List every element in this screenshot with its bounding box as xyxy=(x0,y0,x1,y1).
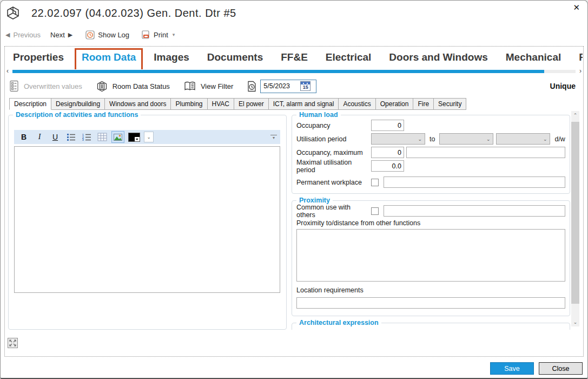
room-data-status-label: Room Data Status xyxy=(113,82,170,90)
show-log-label: Show Log xyxy=(98,31,129,39)
tab-properties[interactable]: Properties xyxy=(13,51,64,69)
right-panel-scrollbar[interactable]: ⌃ ⌄ xyxy=(571,111,579,326)
print-label: Print xyxy=(154,31,168,39)
tabs-horizontal-scrollbar[interactable]: ‹ › xyxy=(5,69,583,75)
occupancy-maximum-note-input[interactable] xyxy=(406,147,565,158)
font-color-button[interactable] xyxy=(127,131,141,143)
italic-button[interactable]: I xyxy=(33,131,46,143)
scroll-down-icon[interactable]: ⌄ xyxy=(571,318,579,326)
bold-button[interactable]: B xyxy=(17,131,30,143)
description-section-title: Description of activities and functions xyxy=(13,111,141,119)
date-history-icon xyxy=(246,81,256,92)
permanent-workplace-input[interactable] xyxy=(384,177,565,188)
subtab-operation[interactable]: Operation xyxy=(376,98,414,110)
overwritten-values-button[interactable]: Overwritten values xyxy=(9,80,82,92)
permanent-workplace-label: Permanent workplace xyxy=(296,179,371,186)
calendar-icon[interactable]: 15 xyxy=(300,81,310,91)
subtab-el-power[interactable]: El power xyxy=(234,98,269,110)
view-filter-button[interactable]: View Filter xyxy=(184,81,233,92)
next-label: Next xyxy=(50,31,65,39)
show-log-icon xyxy=(85,30,95,40)
tab-documents[interactable]: Documents xyxy=(207,51,263,69)
tab-ff-e[interactable]: FF&E xyxy=(281,51,308,69)
common-use-input[interactable] xyxy=(384,205,565,217)
overwritten-values-label: Overwritten values xyxy=(24,82,82,90)
subtab-security[interactable]: Security xyxy=(434,98,466,110)
permanent-workplace-checkbox[interactable] xyxy=(371,179,379,186)
insert-table-button[interactable] xyxy=(96,131,109,143)
scrollbar-thumb[interactable] xyxy=(12,70,544,73)
utilisation-per-dropdown[interactable]: ⌄ xyxy=(496,133,550,145)
maximal-utilisation-period-label: Maximal utilisation period xyxy=(296,159,371,174)
tab-room-data[interactable]: Room Data xyxy=(82,51,136,69)
occupancy-maximum-label: Occupancy, maximum xyxy=(296,149,371,156)
sub-tabs: DescriptionDesign/buildingWindows and do… xyxy=(9,98,466,110)
nav-toolbar: ◀ Previous Next ▶ Show Log xyxy=(5,28,175,41)
print-caret-icon: ▾ xyxy=(173,32,175,37)
editor-toolbar: B I U 1 2 3 xyxy=(14,130,280,144)
room-data-status-button[interactable]: Room Data Status xyxy=(96,81,170,92)
save-button[interactable]: Save xyxy=(490,362,534,375)
scrollbar-thumb[interactable] xyxy=(571,122,579,304)
room-data-toolbar: Overwritten values Room Data Status xyxy=(9,77,579,95)
calendar-day-label: 15 xyxy=(301,84,310,90)
subtab-acoustics[interactable]: Acoustics xyxy=(339,98,375,110)
date-input[interactable] xyxy=(263,82,300,90)
scroll-left-icon[interactable]: ‹ xyxy=(6,67,9,75)
previous-arrow-icon: ◀ xyxy=(5,31,10,38)
proximity-to-label: Proximity to/distance from other functio… xyxy=(292,218,570,228)
utilisation-to-dropdown[interactable]: ⌄ xyxy=(439,133,493,145)
close-icon[interactable]: ✕ xyxy=(573,3,580,12)
titlebar: 22.02.097 (04.02.023) Gen. Dent. Dtr #5 … xyxy=(1,1,587,27)
subtab-plumbing[interactable]: Plumbing xyxy=(171,98,207,110)
subtab-fire[interactable]: Fire xyxy=(413,98,434,110)
close-button[interactable]: Close xyxy=(539,362,583,375)
utilisation-from-dropdown[interactable]: ⌄ xyxy=(371,133,425,145)
room-data-window: 22.02.097 (04.02.023) Gen. Dent. Dtr #5 … xyxy=(0,0,588,379)
tab-mechanical[interactable]: Mechanical xyxy=(506,51,561,69)
maximal-utilisation-period-input[interactable] xyxy=(371,160,404,172)
human-load-title: Human load xyxy=(296,111,341,119)
room-data-frame: PropertiesRoom DataImagesDocumentsFF&EEl… xyxy=(4,46,584,357)
previous-label: Previous xyxy=(13,31,41,39)
svg-text:3: 3 xyxy=(82,138,84,141)
insert-image-button[interactable] xyxy=(111,131,124,143)
utilisation-period-label: Utilisation period xyxy=(296,135,371,143)
architectural-expression-title: Architectural expression xyxy=(296,319,381,326)
numbered-list-button[interactable]: 1 2 3 xyxy=(80,131,93,143)
scroll-right-icon[interactable]: › xyxy=(579,67,582,75)
view-filter-icon xyxy=(184,81,196,92)
show-log-button[interactable]: Show Log xyxy=(85,30,129,40)
common-use-checkbox[interactable] xyxy=(371,207,379,215)
subtab-ict-alarm-and-signal[interactable]: ICT, alarm and signal xyxy=(269,98,339,110)
date-field[interactable]: 15 xyxy=(260,80,316,93)
subtab-hvac[interactable]: HVAC xyxy=(208,98,234,110)
print-icon xyxy=(141,30,150,40)
bullet-list-button[interactable] xyxy=(64,131,77,143)
toolbar-overflow-button[interactable]: ▾ xyxy=(270,135,277,139)
description-editor[interactable] xyxy=(14,146,280,293)
proximity-textarea[interactable] xyxy=(296,229,565,282)
window-title: 22.02.097 (04.02.023) Gen. Dent. Dtr #5 xyxy=(31,7,236,19)
previous-button[interactable]: ◀ Previous xyxy=(5,31,41,39)
next-button[interactable]: Next ▶ xyxy=(50,31,72,39)
architectural-expression-section: Architectural expression xyxy=(292,319,570,330)
tab-electrical[interactable]: Electrical xyxy=(326,51,372,69)
underline-button[interactable]: U xyxy=(49,131,62,143)
subtab-description[interactable]: Description xyxy=(9,98,51,110)
expand-button[interactable] xyxy=(8,338,18,348)
color-dropdown-button[interactable]: ⌄ xyxy=(144,132,154,142)
tab-images[interactable]: Images xyxy=(154,51,189,69)
location-requirements-label: Location requirements xyxy=(292,285,570,295)
subtab-design-building[interactable]: Design/building xyxy=(51,98,105,110)
occupancy-input[interactable] xyxy=(371,120,404,131)
tab-doors-and-windows[interactable]: Doors and Windows xyxy=(389,51,487,69)
subtab-windows-and-doors[interactable]: Windows and doors xyxy=(105,98,171,110)
scroll-up-icon[interactable]: ⌃ xyxy=(571,111,579,120)
view-filter-label: View Filter xyxy=(201,82,233,90)
main-tabs: PropertiesRoom DataImagesDocumentsFF&EEl… xyxy=(5,47,583,69)
occupancy-maximum-input[interactable] xyxy=(371,147,404,158)
occupancy-label: Occupancy xyxy=(296,122,371,129)
print-button[interactable]: Print ▾ xyxy=(141,30,175,40)
location-requirements-input[interactable] xyxy=(296,297,565,309)
